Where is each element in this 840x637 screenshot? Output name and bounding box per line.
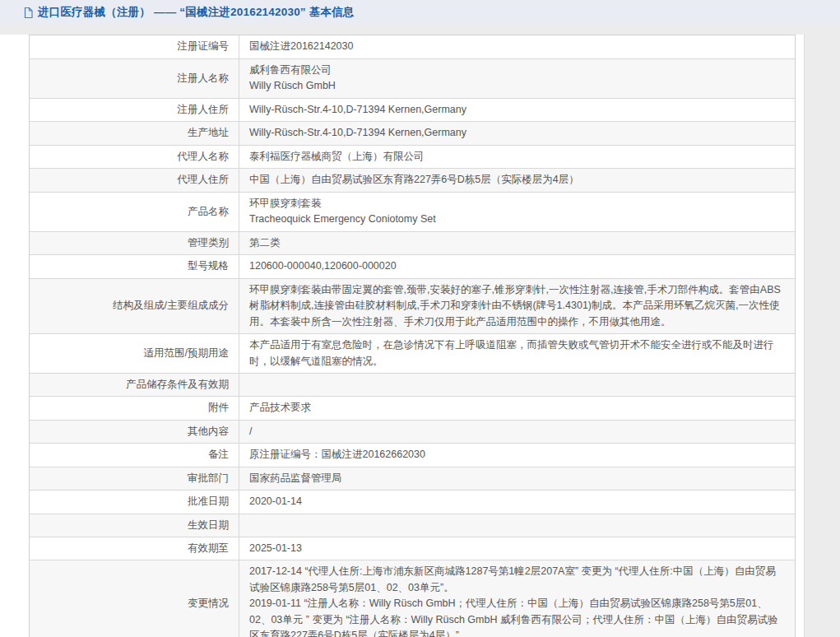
row-value: 产品技术要求 <box>239 397 795 420</box>
row-value-line: 国家药品监督管理局 <box>249 471 782 487</box>
table-row: 生产地址Willy-Rüsch-Str.4-10,D-71394 Kernen,… <box>30 121 795 145</box>
header-bar: 进口医疗器械（注册） —— “国械注进20162142030” 基本信息 <box>0 0 840 25</box>
row-value: 环甲膜穿刺套装Tracheoquick Emergency Coniotomy … <box>239 193 795 231</box>
table-row: 注册人名称威利鲁西有限公司Willy Rüsch GmbH <box>30 58 795 98</box>
row-value-line: 2017-12-14 “代理人住所:上海市浦东新区商城路1287号第1幢2层20… <box>249 564 782 596</box>
content-panel: 注册证编号国械注进20162142030注册人名称威利鲁西有限公司Willy R… <box>0 35 805 637</box>
row-label: 附件 <box>30 397 239 420</box>
table-row: 生效日期 <box>30 514 795 537</box>
row-label: 注册证编号 <box>30 35 239 58</box>
table-row: 代理人住所中国（上海）自由贸易试验区东育路227弄6号D栋5层（实际楼层为4层） <box>30 168 795 192</box>
row-label: 审批部门 <box>30 467 239 491</box>
row-label-text: 代理人名称 <box>178 149 230 165</box>
row-value <box>239 514 795 537</box>
row-value: 2025-01-13 <box>239 537 795 560</box>
table-row: 有效期至2025-01-13 <box>30 537 795 560</box>
row-label-text: 代理人住所 <box>178 172 230 188</box>
row-value: 国械注进20162142030 <box>239 35 795 58</box>
row-value-line: 2020-01-14 <box>249 494 782 510</box>
row-value-line: 环甲膜穿刺套装由带固定翼的套管,颈带,安装好的塞子,锥形穿刺针,一次性注射器,连… <box>249 282 782 331</box>
row-label-text: 产品名称 <box>188 204 229 220</box>
row-label-text: 结构及组成/主要组成成分 <box>113 298 229 314</box>
row-label-text: 适用范围/预期用途 <box>144 346 229 361</box>
row-value: 2020-01-14 <box>239 491 795 514</box>
table-row: 结构及组成/主要组成成分环甲膜穿刺套装由带固定翼的套管,颈带,安装好的塞子,锥形… <box>30 278 795 334</box>
row-value-line: 2025-01-13 <box>249 541 782 557</box>
row-value: 120600-000040,120600-000020 <box>239 255 795 278</box>
row-label: 型号规格 <box>30 255 239 278</box>
table-row: 注册证编号国械注进20162142030 <box>30 35 795 58</box>
row-value: 2017-12-14 “代理人住所:上海市浦东新区商城路1287号第1幢2层20… <box>239 560 795 637</box>
row-label-text: 批准日期 <box>188 494 229 509</box>
row-value: 环甲膜穿刺套装由带固定翼的套管,颈带,安装好的塞子,锥形穿刺针,一次性注射器,连… <box>239 279 795 334</box>
row-label: 备注 <box>30 444 239 467</box>
row-label-text: 审批部门 <box>188 471 229 486</box>
row-value-line: 原注册证编号：国械注进20162662030 <box>249 447 782 463</box>
row-value-line: 2019-01-11 “注册人名称：Willy Rüsch GmbH；代理人住所… <box>249 596 782 637</box>
row-label-text: 附件 <box>208 400 229 416</box>
page-title: 进口医疗器械（注册） —— “国械注进20162142030” 基本信息 <box>38 5 355 20</box>
row-label: 结构及组成/主要组成成分 <box>30 279 239 334</box>
row-label-text: 生产地址 <box>188 125 229 141</box>
row-label: 管理类别 <box>30 232 239 255</box>
row-label-text: 有效期至 <box>188 541 229 556</box>
table-row: 注册人住所Willy-Rüsch-Str.4-10,D-71394 Kernen… <box>30 98 795 122</box>
row-value-line: 本产品适用于有室息危险时，在急诊情况下有上呼吸道阻塞，而插管失败或气管切开术不能… <box>249 337 782 370</box>
row-label: 批准日期 <box>30 491 239 514</box>
row-label: 其他内容 <box>30 421 239 444</box>
row-label-text: 产品储存条件及有效期 <box>126 377 229 393</box>
row-label: 适用范围/预期用途 <box>30 334 239 373</box>
row-value-line: 威利鲁西有限公司 <box>249 63 782 79</box>
row-value-line: 国械注进20162142030 <box>249 39 782 55</box>
row-value: 本产品适用于有室息危险时，在急诊情况下有上呼吸道阻塞，而插管失败或气管切开术不能… <box>239 334 795 373</box>
row-label: 注册人名称 <box>30 59 239 98</box>
row-value-line: 产品技术要求 <box>249 400 782 416</box>
row-label: 产品名称 <box>30 193 239 231</box>
row-label-text: 备注 <box>208 447 229 463</box>
table-row: 产品名称环甲膜穿刺套装Tracheoquick Emergency Coniot… <box>30 192 795 231</box>
row-label-text: 生效日期 <box>188 518 229 533</box>
row-value-line: / <box>249 424 782 440</box>
row-value: 威利鲁西有限公司Willy Rüsch GmbH <box>239 59 795 98</box>
table-row: 管理类别第二类 <box>30 231 795 255</box>
table-row: 批准日期2020-01-14 <box>30 490 795 514</box>
row-value-line: 泰利福医疗器械商贸（上海）有限公司 <box>249 149 782 165</box>
row-value-line: Tracheoquick Emergency Coniotomy Set <box>249 212 782 228</box>
row-label: 有效期至 <box>30 537 239 560</box>
table-row: 代理人名称泰利福医疗器械商贸（上海）有限公司 <box>30 145 795 169</box>
page: { "header": { "title": "进口医疗器械（注册） —— “国… <box>0 0 840 637</box>
row-value: Willy-Rüsch-Str.4-10,D-71394 Kernen,Germ… <box>239 99 795 122</box>
table-row: 备注原注册证编号：国械注进20162662030 <box>30 443 795 467</box>
row-label: 代理人名称 <box>30 146 239 169</box>
row-value: 国家药品监督管理局 <box>239 467 795 491</box>
document-icon <box>23 7 34 19</box>
row-value-line: 第二类 <box>249 235 782 252</box>
row-label-text: 注册人住所 <box>178 102 230 118</box>
row-value: 泰利福医疗器械商贸（上海）有限公司 <box>239 146 795 169</box>
row-value-line: 环甲膜穿刺套装 <box>249 196 782 212</box>
row-label-text: 型号规格 <box>188 258 229 274</box>
row-value-line: Willy Rüsch GmbH <box>249 78 782 95</box>
row-label-text: 管理类别 <box>188 235 229 251</box>
row-label-text: 变更情况 <box>188 596 229 611</box>
table-row: 附件产品技术要求 <box>30 396 795 420</box>
row-value: 中国（上海）自由贸易试验区东育路227弄6号D栋5层（实际楼层为4层） <box>239 169 795 192</box>
row-value-line: 120600-000040,120600-000020 <box>249 258 782 275</box>
row-label-text: 注册人名称 <box>178 71 230 86</box>
row-value: 原注册证编号：国械注进20162662030 <box>239 444 795 467</box>
row-label: 产品储存条件及有效期 <box>30 374 239 396</box>
row-label: 代理人住所 <box>30 169 239 192</box>
row-value: 第二类 <box>239 232 795 255</box>
registration-table: 注册证编号国械注进20162142030注册人名称威利鲁西有限公司Willy R… <box>29 35 796 637</box>
row-value-line: 中国（上海）自由贸易试验区东育路227弄6号D栋5层（实际楼层为4层） <box>249 172 782 188</box>
table-row: 其他内容/ <box>30 420 795 444</box>
table-row: 审批部门国家药品监督管理局 <box>30 467 795 491</box>
table-row: 适用范围/预期用途本产品适用于有室息危险时，在急诊情况下有上呼吸道阻塞，而插管失… <box>30 333 795 373</box>
row-label-text: 注册证编号 <box>178 39 230 54</box>
table-row: 变更情况2017-12-14 “代理人住所:上海市浦东新区商城路1287号第1幢… <box>30 560 795 637</box>
table-row: 产品储存条件及有效期 <box>30 373 795 396</box>
row-label: 注册人住所 <box>30 99 239 122</box>
row-value <box>239 374 795 396</box>
row-label: 变更情况 <box>30 560 239 637</box>
row-label: 生产地址 <box>30 122 239 145</box>
